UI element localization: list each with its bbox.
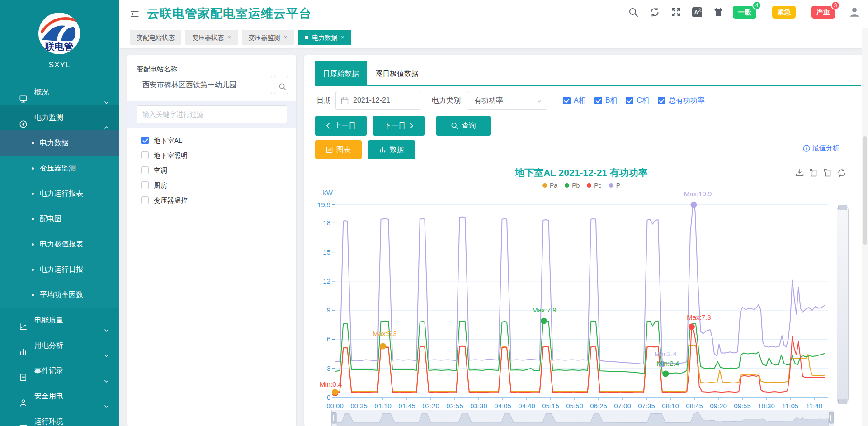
- close-tab-icon[interactable]: ×: [284, 30, 288, 45]
- svg-text:09:55: 09:55: [734, 402, 751, 410]
- tree-checkbox[interactable]: [141, 181, 149, 189]
- alarm-button-严重[interactable]: 严重3: [811, 6, 835, 19]
- chevron-down-icon: [104, 318, 109, 323]
- sidebar-item-电力运行报表[interactable]: 电力运行报表: [0, 181, 119, 206]
- sidebar: 联电管 SXYL 概况电力监测电力数据变压器监测电力运行报表配电图电力极值报表电…: [0, 0, 119, 426]
- page-tab-label: 变压器监测: [249, 30, 280, 45]
- station-name-label: 变配电站名称: [137, 65, 177, 74]
- sidebar-item-电能质量[interactable]: 电能质量: [0, 308, 119, 333]
- sidebar-item-用电分析[interactable]: 用电分析: [0, 333, 119, 358]
- sidebar-item-运行环境[interactable]: 运行环境: [0, 409, 119, 426]
- svg-text:08:10: 08:10: [662, 402, 679, 410]
- tree-node-label: 空调: [154, 163, 167, 178]
- station-name-input[interactable]: 西安市碑林区西铁第一幼儿园: [137, 76, 272, 94]
- svg-text:09:20: 09:20: [710, 402, 727, 410]
- x-zoom-right-handle[interactable]: [829, 412, 834, 423]
- monitor-icon: [19, 88, 28, 97]
- search-icon[interactable]: [628, 7, 639, 18]
- chevron-down-icon: [104, 369, 109, 374]
- close-tab-icon[interactable]: ×: [341, 30, 344, 45]
- page-tab-变配电站状态[interactable]: 变配电站状态: [130, 30, 181, 45]
- sidebar-item-配电图[interactable]: 配电图: [0, 206, 119, 232]
- sidebar-subitem-label: 平均功率因数: [40, 282, 83, 308]
- user-avatar-icon[interactable]: [849, 6, 860, 18]
- filter-strip: 输入关键字进行过滤: [127, 101, 296, 128]
- svg-text:18: 18: [323, 219, 330, 227]
- svg-text:08:45: 08:45: [686, 402, 703, 410]
- sidebar-item-label: 运行环境: [34, 409, 63, 426]
- station-search-button[interactable]: [274, 76, 288, 94]
- page-tab-label: 变压器状态: [192, 30, 224, 45]
- active-tab-dot-icon: [305, 36, 308, 39]
- app-title: 云联电管家配电室运维云平台: [147, 5, 311, 22]
- svg-text:12: 12: [323, 277, 330, 285]
- sidebar-item-电力运行日报[interactable]: 电力运行日报: [0, 257, 119, 282]
- bullet-icon: [32, 218, 34, 220]
- page-tab-变压器监测[interactable]: 变压器监测×: [242, 30, 294, 45]
- tree-node-变压器温控[interactable]: 变压器温控: [127, 193, 296, 208]
- page-tab-变压器状态[interactable]: 变压器状态×: [185, 30, 238, 45]
- tree-node-空调[interactable]: 空调: [127, 163, 296, 178]
- sidebar-item-电力数据[interactable]: 电力数据: [0, 130, 119, 156]
- tree-node-地下室AL[interactable]: 地下室AL: [127, 133, 296, 148]
- quality-icon: [19, 316, 28, 325]
- tree-node-label: 变压器温控: [154, 193, 188, 208]
- tree-checkbox[interactable]: [141, 166, 149, 174]
- svg-text:04:05: 04:05: [494, 402, 511, 410]
- alarm-button-紧急[interactable]: 紧急: [772, 6, 796, 19]
- bullet-icon: [32, 193, 34, 195]
- page-scrollbar-thumb[interactable]: [863, 136, 867, 245]
- theme-icon[interactable]: [713, 7, 724, 18]
- sidebar-item-概况[interactable]: 概况: [0, 80, 119, 105]
- svg-text:06:25: 06:25: [590, 402, 607, 410]
- circuit-tree: 地下室AL地下室照明空调厨房变压器温控: [127, 133, 296, 208]
- sidebar-item-label: 电力监测: [34, 105, 63, 130]
- y-zoom-bottom-handle[interactable]: [838, 399, 847, 404]
- bullet-icon: [32, 167, 34, 170]
- header-icons: A文: [628, 7, 724, 18]
- svg-text:02:55: 02:55: [446, 402, 463, 410]
- svg-text:文: 文: [698, 8, 702, 12]
- filter-input[interactable]: 输入关键字进行过滤: [137, 105, 287, 123]
- svg-text:11:05: 11:05: [782, 402, 798, 410]
- translate-icon[interactable]: A文: [692, 7, 703, 18]
- y-datazoom-slider[interactable]: [837, 205, 849, 404]
- svg-text:01:45: 01:45: [398, 402, 415, 410]
- sidebar-item-变压器监测[interactable]: 变压器监测: [0, 156, 119, 181]
- alarm-button-一般[interactable]: 一般4: [733, 6, 756, 19]
- refresh-icon[interactable]: [649, 7, 660, 18]
- tree-checkbox[interactable]: [141, 151, 149, 159]
- station-panel: 变配电站名称 西安市碑林区西铁第一幼儿园 输入关键字进行过滤 地下室AL地下室照…: [127, 55, 296, 426]
- tree-node-地下室照明[interactable]: 地下室照明: [127, 148, 296, 163]
- svg-text:Max:19.9: Max:19.9: [684, 190, 712, 198]
- svg-text:04:40: 04:40: [518, 402, 535, 410]
- sidebar-item-事件记录[interactable]: 事件记录: [0, 358, 119, 383]
- svg-text:03:30: 03:30: [470, 402, 487, 410]
- sidebar-item-label: 电能质量: [34, 308, 63, 333]
- fullscreen-icon[interactable]: [670, 7, 681, 18]
- tree-node-厨房[interactable]: 厨房: [127, 178, 296, 193]
- sidebar-item-安全用电[interactable]: 安全用电: [0, 383, 119, 409]
- sidebar-item-平均功率因数[interactable]: 平均功率因数: [0, 282, 119, 308]
- sidebar-subitem-label: 电力极值报表: [40, 232, 83, 257]
- close-tab-icon[interactable]: ×: [227, 30, 231, 45]
- page-scrollbar[interactable]: [862, 28, 868, 426]
- x-zoom-left-handle[interactable]: [332, 412, 336, 423]
- bullet-icon: [32, 269, 34, 271]
- y-zoom-top-handle[interactable]: [838, 205, 847, 210]
- safety-icon: [19, 392, 28, 401]
- alarm-count-badge: 3: [831, 1, 840, 10]
- bullet-icon: [32, 243, 34, 246]
- tree-checkbox[interactable]: [141, 137, 149, 144]
- x-datazoom-slider[interactable]: [331, 410, 834, 426]
- page-tab-电力数据[interactable]: 电力数据×: [298, 30, 351, 45]
- line-chart: 036912151819.900:0000:3501:1001:4502:200…: [304, 55, 863, 426]
- page-tabs: 变配电站状态变压器状态×变压器监测×电力数据×: [119, 28, 868, 49]
- sidebar-item-电力极值报表[interactable]: 电力极值报表: [0, 232, 119, 257]
- tree-checkbox[interactable]: [141, 196, 149, 204]
- tree-node-label: 地下室AL: [154, 133, 182, 148]
- sidebar-item-电力监测[interactable]: 电力监测: [0, 105, 119, 130]
- sidebar-subitem-label: 电力数据: [40, 130, 69, 156]
- collapse-sidebar-icon[interactable]: [130, 9, 140, 19]
- main-panel: 日原始数据 逐日极值数据 日期 2021-12-21 电力类别 有功功率 A相B…: [304, 55, 863, 426]
